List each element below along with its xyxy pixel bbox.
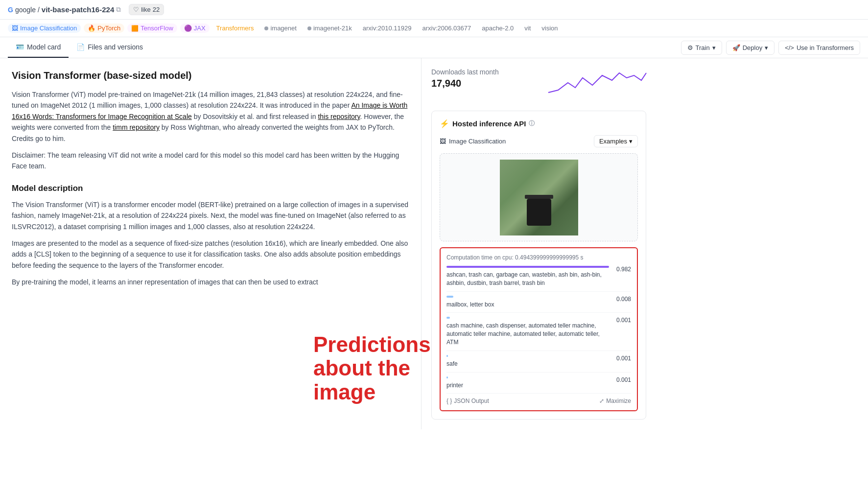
tab-label: Model card	[27, 43, 61, 51]
page-title: Vision Transformer (base-sized model)	[12, 70, 409, 81]
tag-label: apache-2.0	[482, 24, 514, 32]
tag-vit[interactable]: vit	[520, 23, 535, 33]
tag-transformers[interactable]: Transformers	[212, 23, 258, 33]
deploy-button[interactable]: 🚀 Deploy ▾	[726, 41, 774, 55]
jax-icon: 🟣	[184, 24, 192, 32]
content-area: Vision Transformer (base-sized model) Vi…	[0, 58, 421, 429]
sub-nav-actions: ⚙ Train ▾ 🚀 Deploy ▾ </> Use in Transfor…	[681, 41, 860, 55]
main-layout: Vision Transformer (base-sized model) Vi…	[0, 58, 868, 429]
tag-label: Image Classification	[20, 24, 77, 32]
pred-bar-2	[446, 317, 450, 319]
like-label: like	[141, 6, 151, 13]
pred-bar-0	[446, 266, 609, 268]
downloads-count: 17,940	[431, 78, 499, 89]
top-nav: G google / vit-base-patch16-224 ⧉ ♡ like…	[0, 0, 868, 20]
tag-label: arxiv:2006.03677	[422, 24, 471, 32]
use-transformers-button[interactable]: </> Use in Transformers	[778, 41, 860, 55]
pred-label-4: printer	[446, 381, 612, 390]
prediction-row-4: printer 0.001	[446, 376, 631, 394]
tag-label: arxiv:2010.11929	[363, 24, 412, 32]
prediction-row-0: ashcan, trash can, garbage can, wastebin…	[446, 266, 631, 292]
pred-left-1: mailbox, letter box	[446, 296, 612, 309]
prediction-row-3: safe 0.001	[446, 355, 631, 373]
tag-arxiv1[interactable]: arxiv:2010.11929	[359, 23, 416, 33]
examples-select[interactable]: Examples ▾	[594, 135, 638, 147]
sub-nav: 🪪 Model card 📄 Files and versions ⚙ Trai…	[0, 37, 868, 58]
use-transformers-label: Use in Transformers	[797, 44, 854, 51]
computation-results: Computation time on cpu: 0.4943999999999…	[440, 247, 638, 411]
tag-label: imagenet-21k	[313, 24, 352, 32]
separator: /	[38, 6, 40, 14]
model-desc-title: Model description	[12, 184, 409, 193]
tag-apache[interactable]: apache-2.0	[478, 23, 517, 33]
maximize-label: Maximize	[606, 398, 631, 404]
train-icon: ⚙	[687, 44, 693, 51]
image-upload-area[interactable]	[440, 153, 638, 241]
pred-label-0: ashcan, trash can, garbage can, wastebin…	[446, 271, 612, 287]
tag-image-classification[interactable]: 🖼 Image Classification	[8, 23, 81, 33]
pred-left-2: cash machine, cash dispenser, automated …	[446, 317, 612, 346]
pred-score-1: 0.008	[616, 296, 631, 303]
pred-score-0: 0.982	[616, 266, 631, 273]
card-icon: 🪪	[16, 43, 24, 51]
model-desc-para2: Images are presented to the model as a s…	[12, 238, 409, 271]
tag-label: JAX	[194, 24, 206, 32]
pred-label-2: cash machine, cash dispenser, automated …	[446, 322, 612, 346]
tag-label: vit	[524, 24, 531, 32]
json-icon: { }	[446, 398, 452, 404]
like-button[interactable]: ♡ like 22	[129, 4, 164, 15]
maximize-link[interactable]: ⤢ Maximize	[599, 398, 631, 404]
downloads-section: Downloads last month 17,940	[431, 68, 499, 89]
dot-icon	[264, 26, 268, 30]
timm-link[interactable]: timm repository	[113, 123, 160, 131]
train-label: Train	[696, 44, 710, 51]
pred-left-0: ashcan, trash can, garbage can, wastebin…	[446, 266, 612, 287]
tag-vision[interactable]: vision	[538, 23, 562, 33]
pred-score-4: 0.001	[616, 376, 631, 383]
pred-label-3: safe	[446, 360, 612, 368]
prediction-row-1: mailbox, letter box 0.008	[446, 296, 631, 313]
inference-title: Hosted inference API	[452, 119, 526, 128]
inference-section: ⚡ Hosted inference API ⓘ 🖼 Image Classif…	[431, 111, 646, 420]
copy-icon[interactable]: ⧉	[116, 5, 121, 14]
sample-image	[500, 160, 578, 235]
info-icon[interactable]: ⓘ	[529, 119, 535, 128]
tag-label: TensorFlow	[141, 24, 173, 32]
maximize-icon: ⤢	[599, 398, 604, 404]
sidebar: Downloads last month 17,940 ⚡ Hosted inf…	[421, 58, 656, 429]
json-output-link[interactable]: { } JSON Output	[446, 398, 489, 404]
stats-row: Downloads last month 17,940	[431, 68, 646, 99]
train-button[interactable]: ⚙ Train ▾	[681, 41, 722, 55]
like-count: 22	[153, 6, 160, 13]
chevron-down-icon: ▾	[712, 44, 716, 51]
tab-model-card[interactable]: 🪪 Model card	[8, 37, 69, 58]
pytorch-icon: 🔥	[88, 24, 95, 32]
pred-score-2: 0.001	[616, 317, 631, 324]
tag-label: PyTorch	[97, 24, 120, 32]
pred-bar-4	[446, 376, 448, 378]
tag-label: vision	[541, 24, 558, 32]
json-row: { } JSON Output ⤢ Maximize	[446, 398, 631, 404]
task-icon: 🖼	[440, 138, 446, 145]
tag-pytorch[interactable]: 🔥 PyTorch	[84, 23, 124, 33]
deploy-label: Deploy	[743, 44, 762, 51]
tag-tensorflow[interactable]: 🟧 TensorFlow	[127, 23, 177, 33]
tags-row: 🖼 Image Classification 🔥 PyTorch 🟧 Tenso…	[0, 20, 868, 37]
pred-bar-1	[446, 296, 453, 298]
org-name: google	[15, 6, 36, 14]
tag-imagenet[interactable]: imagenet	[260, 23, 300, 33]
repo-link[interactable]: this repository	[318, 113, 360, 120]
tag-jax[interactable]: 🟣 JAX	[180, 23, 210, 33]
bolt-icon: ⚡	[440, 119, 449, 128]
tag-imagenet-21k[interactable]: imagenet-21k	[304, 23, 356, 33]
json-label: JSON Output	[454, 398, 489, 404]
task-icon: 🖼	[12, 24, 18, 32]
logo-area: G google / vit-base-patch16-224 ⧉	[8, 5, 121, 14]
tag-arxiv2[interactable]: arxiv:2006.03677	[418, 23, 475, 33]
examples-label: Examples	[599, 138, 627, 145]
computation-time: Computation time on cpu: 0.4943999999999…	[446, 254, 631, 261]
task-text: Image Classification	[449, 138, 506, 145]
tag-label: Transformers	[216, 24, 254, 32]
tab-files-versions[interactable]: 📄 Files and versions	[69, 37, 151, 58]
google-logo: G	[8, 6, 13, 14]
